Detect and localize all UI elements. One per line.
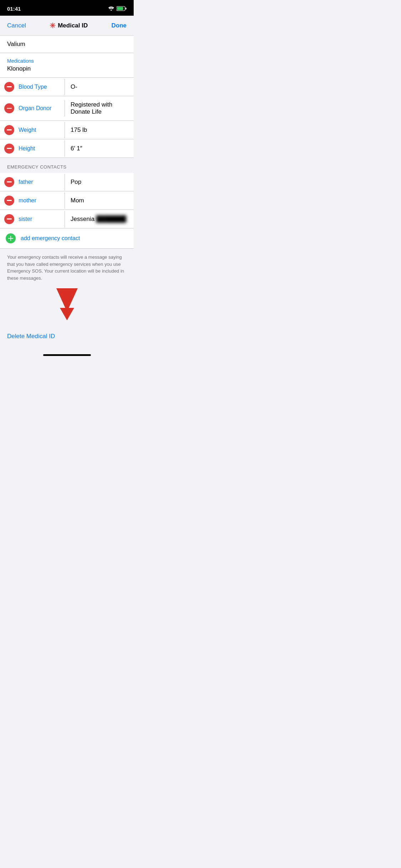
home-bar [43,354,91,356]
svg-marker-3 [56,288,78,320]
father-value-col: Pop [65,174,134,191]
emergency-info-text: Your emergency contacts will receive a m… [7,254,127,281]
sister-row: sister Jessenia ███████ [0,210,134,228]
emergency-contacts-header: EMERGENCY CONTACTS [0,158,134,173]
blood-type-value: O- [71,83,77,90]
wifi-icon [108,6,114,11]
mother-label: mother [19,197,36,203]
valium-value: Valium [7,41,25,47]
blood-type-row: Blood Type O- [0,78,134,96]
add-contact-icon[interactable] [6,233,16,243]
blood-type-remove[interactable] [0,82,19,92]
mother-remove[interactable] [0,196,19,206]
medications-section: Medications Klonopin [0,53,134,78]
organ-donor-remove[interactable] [0,103,19,113]
scroll-area: Valium Medications Klonopin Blood Type O… [0,36,134,359]
height-label-col: Height [19,140,65,157]
medications-label: Medications [7,58,127,64]
svg-rect-2 [117,7,123,10]
weight-row: Weight 175 lb [0,121,134,139]
emergency-contacts-table: father Pop mother Mom sister [0,173,134,249]
battery-icon [117,6,127,11]
sister-remove[interactable] [0,214,19,224]
delete-section: Delete Medical ID [0,326,134,351]
sister-name: Jessenia [71,216,96,222]
done-button[interactable]: Done [111,22,127,29]
organ-donor-label: Organ Donor [19,105,52,111]
medications-value: Klonopin [7,65,127,72]
organ-donor-label-col: Organ Donor [19,100,65,117]
minus-circle-mother[interactable] [4,196,14,206]
weight-label: Weight [19,127,36,133]
height-label: Height [19,145,35,151]
weight-value: 175 lb [71,126,87,133]
blood-type-label-col: Blood Type [19,79,65,95]
father-remove[interactable] [0,177,19,187]
add-emergency-contact-label[interactable]: add emergency contact [21,235,80,242]
arrow-container [0,286,134,326]
minus-circle-father[interactable] [4,177,14,187]
cancel-button[interactable]: Cancel [7,22,26,29]
weight-value-col: 175 lb [65,122,134,139]
minus-circle-height[interactable] [4,144,14,154]
mother-label-col: mother [19,192,65,209]
status-bar: 01:41 [0,0,134,16]
sister-label-col: sister [19,211,65,227]
emergency-contacts-title: EMERGENCY CONTACTS [7,164,67,170]
valium-row: Valium [0,36,134,53]
status-icons [108,6,127,11]
sister-last-name-blurred: ███████ [96,216,126,222]
red-arrow-icon [49,288,85,320]
medical-fields-table: Blood Type O- Organ Donor Registered wit… [0,78,134,158]
emergency-info-section: Your emergency contacts will receive a m… [0,249,134,286]
father-value: Pop [71,179,81,185]
height-value: 6′ 1″ [71,145,82,152]
blood-type-label: Blood Type [19,84,47,90]
organ-donor-value-col: Registered with Donate Life [65,96,134,120]
minus-circle-weight[interactable] [4,125,14,135]
sister-value-col: Jessenia ███████ [65,211,134,228]
father-label: father [19,179,33,185]
status-time: 01:41 [7,6,21,12]
mother-value-col: Mom [65,192,134,209]
height-remove[interactable] [0,144,19,154]
svg-rect-1 [125,8,127,10]
blood-type-value-col: O- [65,78,134,95]
height-row: Height 6′ 1″ [0,139,134,158]
home-indicator [0,351,134,359]
medical-id-icon: ✳ [50,21,56,30]
weight-remove[interactable] [0,125,19,135]
nav-title: ✳ Medical ID [50,21,88,30]
weight-label-col: Weight [19,122,65,138]
sister-label: sister [19,216,32,222]
height-value-col: 6′ 1″ [65,140,134,157]
add-emergency-contact-row[interactable]: add emergency contact [0,228,134,249]
mother-value: Mom [71,197,84,204]
delete-medical-id-button[interactable]: Delete Medical ID [7,333,55,340]
nav-bar: Cancel ✳ Medical ID Done [0,16,134,36]
father-label-col: father [19,174,65,190]
organ-donor-value: Registered with Donate Life [71,101,112,115]
minus-circle-sister[interactable] [4,214,14,224]
organ-donor-row: Organ Donor Registered with Donate Life [0,96,134,121]
father-row: father Pop [0,173,134,191]
minus-circle-blood-type[interactable] [4,82,14,92]
page-title: Medical ID [58,22,88,29]
minus-circle-organ-donor[interactable] [4,103,14,113]
mother-row: mother Mom [0,191,134,210]
